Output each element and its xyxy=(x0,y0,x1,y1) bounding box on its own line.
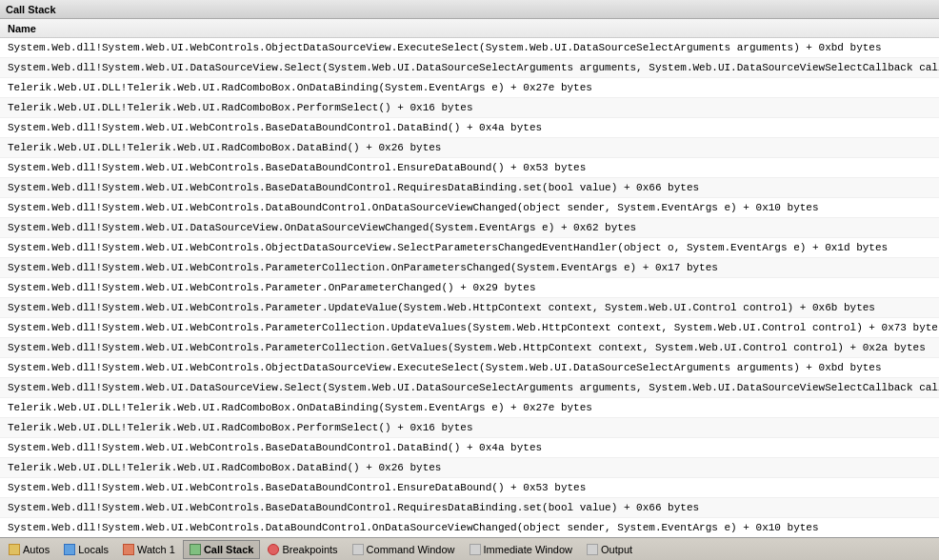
toolbar-label-output: Output xyxy=(601,544,632,555)
stack-row[interactable]: Telerik.Web.UI.DLL!Telerik.Web.UI.RadCom… xyxy=(0,458,939,478)
stack-row[interactable]: System.Web.dll!System.Web.UI.DataSourceV… xyxy=(0,378,939,398)
toolbar-item-command[interactable]: Command Window xyxy=(346,540,462,559)
toolbar-label-breakpoints: Breakpoints xyxy=(282,544,337,555)
stack-row[interactable]: System.Web.dll!System.Web.UI.WebControls… xyxy=(0,238,939,258)
toolbar-label-immediate: Immediate Window xyxy=(484,544,573,555)
window-title: Call Stack xyxy=(6,4,56,15)
toolbar-label-command: Command Window xyxy=(367,544,455,555)
stack-row[interactable]: System.Web.dll!System.Web.UI.WebControls… xyxy=(0,198,939,218)
toolbar-label-callstack: Call Stack xyxy=(204,544,254,555)
stack-row[interactable]: Telerik.Web.UI.DLL!Telerik.Web.UI.RadCom… xyxy=(0,78,939,98)
bottom-toolbar: AutosLocalsWatch 1Call StackBreakpointsC… xyxy=(0,537,939,560)
name-column-header: Name xyxy=(8,23,36,34)
command-icon xyxy=(352,544,364,555)
watch-icon xyxy=(123,544,134,555)
stack-row[interactable]: System.Web.dll!System.Web.UI.WebControls… xyxy=(0,258,939,278)
toolbar-item-immediate[interactable]: Immediate Window xyxy=(463,540,580,559)
stack-row[interactable]: System.Web.dll!System.Web.UI.WebControls… xyxy=(0,158,939,178)
stack-row[interactable]: System.Web.dll!System.Web.UI.WebControls… xyxy=(0,338,939,358)
stack-row[interactable]: System.Web.dll!System.Web.UI.WebControls… xyxy=(0,518,939,537)
stack-row[interactable]: System.Web.dll!System.Web.UI.WebControls… xyxy=(0,298,939,318)
stack-row[interactable]: Telerik.Web.UI.DLL!Telerik.Web.UI.RadCom… xyxy=(0,98,939,118)
stack-row[interactable]: System.Web.dll!System.Web.UI.WebControls… xyxy=(0,318,939,338)
table-header: Name xyxy=(0,19,939,38)
toolbar-label-autos: Autos xyxy=(23,544,50,555)
toolbar-item-locals[interactable]: Locals xyxy=(57,540,115,559)
stack-list[interactable]: System.Web.dll!System.Web.UI.WebControls… xyxy=(0,38,939,537)
stack-row[interactable]: System.Web.dll!System.Web.UI.WebControls… xyxy=(0,438,939,458)
stack-row[interactable]: System.Web.dll!System.Web.UI.DataSourceV… xyxy=(0,58,939,78)
stack-row[interactable]: System.Web.dll!System.Web.UI.WebControls… xyxy=(0,118,939,138)
immediate-icon xyxy=(470,544,481,555)
stack-row[interactable]: System.Web.dll!System.Web.UI.DataSourceV… xyxy=(0,218,939,238)
stack-row[interactable]: Telerik.Web.UI.DLL!Telerik.Web.UI.RadCom… xyxy=(0,418,939,438)
stack-row[interactable]: System.Web.dll!System.Web.UI.WebControls… xyxy=(0,278,939,298)
toolbar-label-locals: Locals xyxy=(78,544,109,555)
stack-row[interactable]: System.Web.dll!System.Web.UI.WebControls… xyxy=(0,358,939,378)
title-bar: Call Stack xyxy=(0,0,939,19)
stack-row[interactable]: System.Web.dll!System.Web.UI.WebControls… xyxy=(0,38,939,58)
toolbar-item-callstack[interactable]: Call Stack xyxy=(183,540,261,559)
toolbar-label-watch1: Watch 1 xyxy=(137,544,175,555)
toolbar-item-autos[interactable]: Autos xyxy=(2,540,56,559)
stack-row[interactable]: Telerik.Web.UI.DLL!Telerik.Web.UI.RadCom… xyxy=(0,138,939,158)
autos-icon xyxy=(9,544,20,555)
toolbar-item-breakpoints[interactable]: Breakpoints xyxy=(261,540,344,559)
stack-row[interactable]: System.Web.dll!System.Web.UI.WebControls… xyxy=(0,498,939,518)
toolbar-item-output[interactable]: Output xyxy=(580,540,639,559)
callstack-icon xyxy=(190,544,201,555)
toolbar-item-watch1[interactable]: Watch 1 xyxy=(116,540,182,559)
main-content: Name System.Web.dll!System.Web.UI.WebCon… xyxy=(0,19,939,537)
stack-row[interactable]: System.Web.dll!System.Web.UI.WebControls… xyxy=(0,178,939,198)
stack-row[interactable]: Telerik.Web.UI.DLL!Telerik.Web.UI.RadCom… xyxy=(0,398,939,418)
breakpoints-icon xyxy=(268,544,279,555)
locals-icon xyxy=(64,544,75,555)
output-icon xyxy=(587,544,598,555)
stack-row[interactable]: System.Web.dll!System.Web.UI.WebControls… xyxy=(0,478,939,498)
